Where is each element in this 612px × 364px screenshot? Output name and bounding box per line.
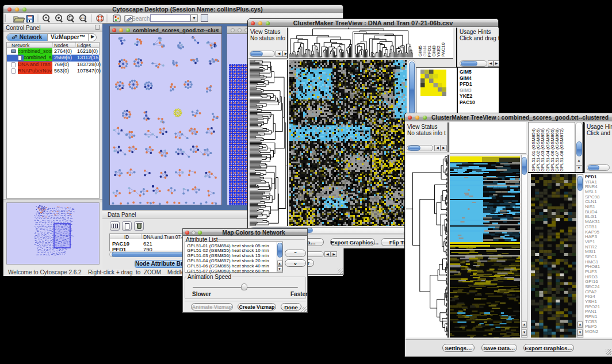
svg-text:1:1: 1:1	[81, 16, 85, 20]
